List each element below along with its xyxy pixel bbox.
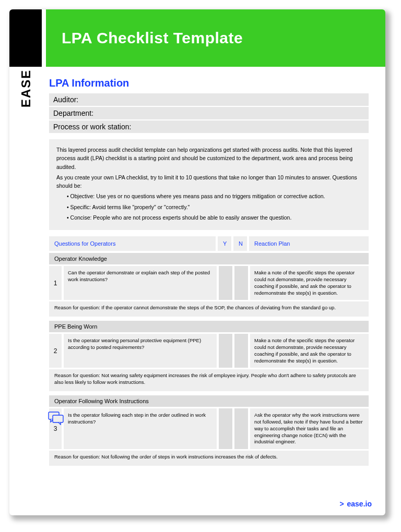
reaction-text: Make a note of the specific steps the op… — [250, 334, 369, 368]
body: EASE LPA Information Auditor: Department… — [9, 67, 385, 470]
intro-bullet-3: • Concise: People who are not process ex… — [56, 213, 361, 222]
reason-text: Reason for question: Not wearing safety … — [49, 369, 369, 391]
footer-site-text: ease.io — [347, 500, 372, 508]
question-number: 2 — [49, 334, 62, 368]
reason-text: Reason for question: If the operator can… — [49, 301, 369, 317]
info-row-department: Department: — [49, 107, 369, 119]
col-header-n: N — [233, 236, 247, 251]
reaction-text: Ask the operator why the work instructio… — [250, 408, 369, 449]
table-header-row: Questions for Operators Y N Reaction Pla… — [49, 236, 369, 251]
intro-p1: This layered process audit checklist tem… — [56, 146, 361, 171]
logo-column: EASE — [19, 77, 41, 470]
answer-n-cell — [234, 334, 248, 368]
reaction-text: Make a note of the specific steps the op… — [250, 266, 369, 300]
reason-text: Reason for question: Not following the o… — [49, 451, 369, 466]
question-row: 1 Can the operator demonstrate or explai… — [49, 266, 369, 300]
document-page: LPA Checklist Template EASE LPA Informat… — [9, 9, 385, 515]
page-title: LPA Checklist Template — [62, 29, 243, 47]
intro-bullet-2: • Specific: Avoid terms like "properly" … — [56, 203, 361, 211]
answer-y-cell — [219, 266, 232, 300]
intro-box: This layered process audit checklist tem… — [49, 139, 369, 230]
section-title: LPA Information — [49, 77, 369, 89]
header-accent-gap — [42, 9, 46, 67]
group-title: Operator Knowledge — [49, 253, 369, 264]
intro-p2: As you create your own LPA checklist, tr… — [56, 173, 361, 190]
header-accent-green: LPA Checklist Template — [46, 9, 385, 67]
group-title: PPE Being Worn — [49, 321, 369, 332]
question-text: Can the operator demonstrate or explain … — [64, 266, 217, 300]
header-bar: LPA Checklist Template — [9, 9, 385, 67]
answer-n-cell — [234, 266, 248, 300]
svg-rect-1 — [53, 415, 63, 422]
header-accent-black — [9, 9, 42, 67]
ease-logo: EASE — [19, 86, 33, 107]
col-header-y: Y — [218, 236, 231, 251]
question-number: 3 — [49, 408, 62, 449]
question-row: 3 Is the operator following each step in… — [49, 408, 369, 449]
question-number: 1 — [49, 266, 62, 300]
answer-n-cell — [234, 408, 248, 449]
content-column: LPA Information Auditor: Department: Pro… — [49, 77, 369, 470]
question-text: Is the operator following each step in t… — [64, 408, 217, 449]
footer-link[interactable]: > ease.io — [339, 500, 372, 508]
info-row-process: Process or work station: — [49, 120, 369, 133]
intro-bullet-1: • Objective: Use yes or no questions whe… — [56, 192, 361, 200]
question-row: 2 Is the operator wearing personal prote… — [49, 334, 369, 368]
col-header-questions: Questions for Operators — [49, 236, 216, 251]
answer-y-cell — [219, 408, 232, 449]
chevron-right-icon: > — [339, 500, 344, 508]
col-header-reaction: Reaction Plan — [249, 236, 369, 251]
question-number-text: 3 — [54, 425, 57, 433]
answer-y-cell — [219, 334, 232, 368]
question-text: Is the operator wearing personal protect… — [64, 334, 217, 368]
info-row-auditor: Auditor: — [49, 93, 369, 106]
group-title: Operator Following Work Instructions — [49, 395, 369, 407]
